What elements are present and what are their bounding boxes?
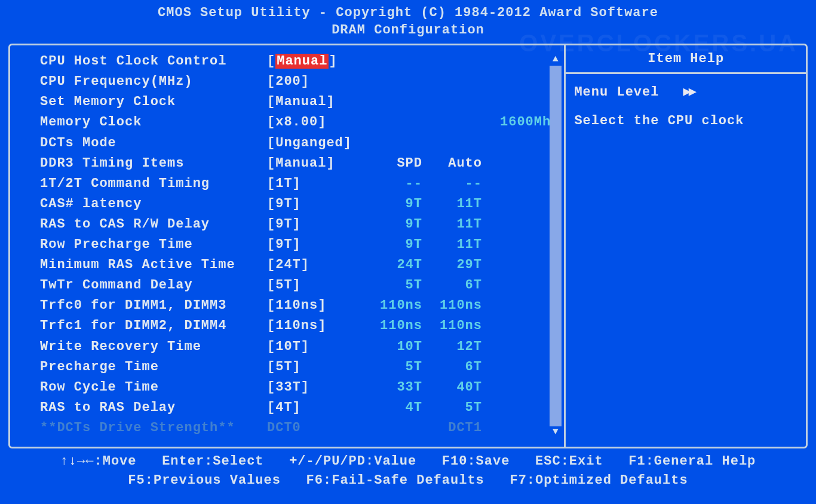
setting-row[interactable]: Set Memory Clock[Manual] (40, 92, 559, 112)
header-title: CMOS Setup Utility - Copyright (C) 1984-… (0, 5, 816, 22)
setting-spd: 9T (357, 194, 422, 214)
setting-auto: 40T (422, 377, 482, 398)
setting-value[interactable]: [24T] (267, 255, 357, 275)
setting-auto: DCT1 (422, 418, 482, 438)
help-panel: Item Help Menu Level ▶▶ Select the CPU c… (564, 45, 806, 447)
header: CMOS Setup Utility - Copyright (C) 1984-… (0, 0, 816, 41)
setting-spd: 110ns (357, 316, 422, 336)
help-text: Select the CPU clock (574, 113, 797, 128)
help-divider (566, 72, 806, 74)
setting-value[interactable]: [9T] (267, 214, 357, 235)
setting-label: **DCTs Drive Strength** (40, 418, 267, 438)
setting-label: Set Memory Clock (40, 92, 267, 112)
setting-spd: 10T (357, 337, 422, 357)
setting-row[interactable]: Memory Clock[x8.00]1600Mhz (40, 112, 559, 133)
setting-label: CPU Host Clock Control (40, 51, 267, 72)
setting-spd: 4T (357, 398, 422, 418)
setting-auto: Auto (422, 153, 482, 174)
setting-spd: 5T (357, 357, 422, 377)
setting-value[interactable]: [33T] (267, 377, 357, 398)
setting-label: Write Recovery Time (40, 337, 267, 357)
setting-row[interactable]: CPU Frequency(MHz)[200] (40, 72, 559, 92)
setting-auto: 11T (422, 214, 482, 235)
setting-row[interactable]: Trfc0 for DIMM1, DIMM3[110ns]110ns110ns (40, 296, 559, 316)
setting-row[interactable]: Row Cycle Time[33T]33T40T (40, 377, 559, 398)
menu-level-row: Menu Level ▶▶ (574, 82, 797, 103)
setting-row[interactable]: Precharge Time[5T]5T6T (40, 357, 559, 377)
setting-label: 1T/2T Command Timing (40, 174, 267, 194)
scroll-down-icon[interactable]: ▼ (550, 426, 562, 438)
setting-auto: 110ns (422, 316, 482, 336)
setting-row[interactable]: 1T/2T Command Timing[1T]---- (40, 174, 559, 194)
setting-label: RAS to RAS Delay (40, 398, 267, 418)
setting-row[interactable]: DDR3 Timing Items[Manual]SPDAuto (40, 153, 559, 174)
settings-panel: CPU Host Clock Control[Manual]CPU Freque… (10, 45, 564, 447)
header-subtitle: DRAM Configuration (0, 22, 816, 39)
setting-row[interactable]: TwTr Command Delay[5T]5T6T (40, 275, 559, 296)
scrollbar[interactable]: ▲ ▼ (550, 54, 562, 438)
footer-line-2: F5:Previous Values F6:Fail-Safe Defaults… (0, 471, 816, 490)
setting-value[interactable]: [Manual] (267, 153, 357, 174)
setting-label: CAS# latency (40, 194, 267, 214)
setting-auto: 12T (422, 337, 482, 357)
menu-level-arrow-icon: ▶▶ (683, 82, 694, 103)
setting-value[interactable]: [Unganged] (267, 133, 357, 153)
setting-row[interactable]: Minimum RAS Active Time[24T]24T29T (40, 255, 559, 275)
setting-label: TwTr Command Delay (40, 275, 267, 296)
setting-value[interactable]: [Manual] (267, 51, 357, 72)
setting-spd: SPD (357, 153, 422, 174)
help-title: Item Help (574, 51, 797, 66)
setting-auto: 11T (422, 235, 482, 255)
setting-value[interactable]: [5T] (267, 275, 357, 296)
setting-row[interactable]: Row Precharge Time[9T]9T11T (40, 235, 559, 255)
setting-value[interactable]: [110ns] (267, 296, 357, 316)
setting-row[interactable]: RAS to RAS Delay[4T]4T5T (40, 398, 559, 418)
setting-label: CPU Frequency(MHz) (40, 72, 267, 92)
main-frame: CPU Host Clock Control[Manual]CPU Freque… (8, 44, 808, 448)
setting-row[interactable]: DCTs Mode[Unganged] (40, 133, 559, 153)
setting-label: Row Precharge Time (40, 235, 267, 255)
setting-row[interactable]: RAS to CAS R/W Delay[9T]9T11T (40, 214, 559, 235)
setting-value[interactable]: [9T] (267, 194, 357, 214)
setting-label: RAS to CAS R/W Delay (40, 214, 267, 235)
setting-value[interactable]: [4T] (267, 398, 357, 418)
setting-row[interactable]: Trfc1 for DIMM2, DIMM4[110ns]110ns110ns (40, 316, 559, 336)
setting-spd: 110ns (357, 296, 422, 316)
setting-auto: 5T (422, 398, 482, 418)
setting-spd: 33T (357, 377, 422, 398)
footer: ↑↓→←:Move Enter:Select +/-/PU/PD:Value F… (0, 452, 816, 490)
setting-value[interactable]: [200] (267, 72, 357, 92)
setting-value[interactable]: [1T] (267, 174, 357, 194)
setting-value[interactable]: [x8.00] (267, 112, 357, 133)
scroll-up-icon[interactable]: ▲ (550, 54, 562, 66)
setting-label: Trfc0 for DIMM1, DIMM3 (40, 296, 267, 316)
setting-row[interactable]: Write Recovery Time[10T]10T12T (40, 337, 559, 357)
setting-value[interactable]: [110ns] (267, 316, 357, 336)
menu-level-label: Menu Level (574, 82, 659, 103)
setting-auto: 110ns (422, 296, 482, 316)
setting-spd: 9T (357, 214, 422, 235)
setting-label: DCTs Mode (40, 133, 267, 153)
setting-auto: 6T (422, 357, 482, 377)
setting-value[interactable]: [5T] (267, 357, 357, 377)
setting-spd: 24T (357, 255, 422, 275)
setting-spd: 5T (357, 275, 422, 296)
setting-label: Memory Clock (40, 112, 267, 133)
setting-label: Minimum RAS Active Time (40, 255, 267, 275)
setting-row[interactable]: CAS# latency[9T]9T11T (40, 194, 559, 214)
setting-value[interactable]: [10T] (267, 337, 357, 357)
footer-line-1: ↑↓→←:Move Enter:Select +/-/PU/PD:Value F… (0, 452, 816, 471)
setting-value[interactable]: [Manual] (267, 92, 357, 112)
setting-auto: -- (422, 174, 482, 194)
setting-spd: -- (357, 174, 422, 194)
setting-row[interactable]: **DCTs Drive Strength**DCT0DCT1 (40, 418, 559, 438)
setting-label: DDR3 Timing Items (40, 153, 267, 174)
setting-spd: 9T (357, 235, 422, 255)
setting-row[interactable]: CPU Host Clock Control[Manual] (40, 51, 559, 72)
setting-auto: 11T (422, 194, 482, 214)
setting-auto: 6T (422, 275, 482, 296)
setting-label: Precharge Time (40, 357, 267, 377)
setting-value[interactable]: [9T] (267, 235, 357, 255)
setting-auto: 29T (422, 255, 482, 275)
setting-value[interactable]: DCT0 (267, 418, 357, 438)
